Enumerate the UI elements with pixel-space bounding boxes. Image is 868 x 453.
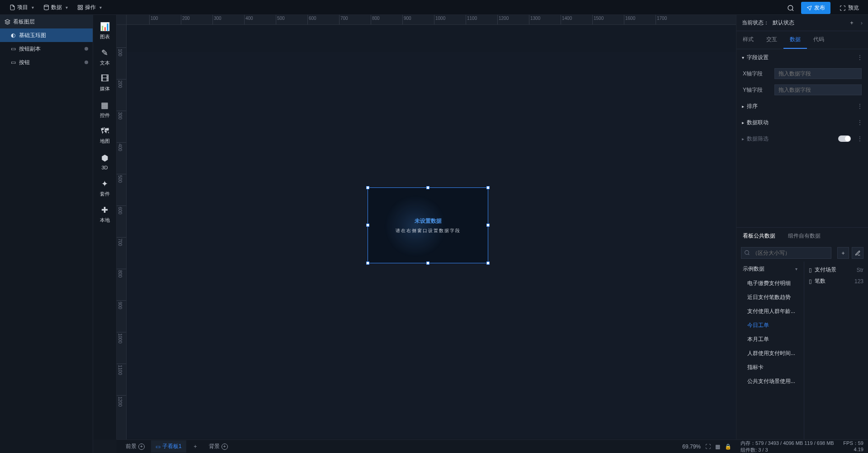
- menu-project[interactable]: 项目 ▾: [5, 0, 38, 15]
- cube-icon: ⬢: [101, 153, 108, 163]
- data-field-row[interactable]: ▯ 笔数 123: [809, 276, 863, 287]
- ruler-tick: 100: [117, 47, 126, 79]
- data-tree-item[interactable]: 今日工单: [736, 318, 804, 332]
- x-axis-field-input[interactable]: [774, 68, 862, 79]
- add-tab-button[interactable]: ＋: [188, 440, 203, 453]
- plus-circle-icon[interactable]: +: [138, 444, 145, 450]
- ruler-tick: 600: [307, 15, 339, 24]
- data-search-input[interactable]: [741, 247, 831, 259]
- tab-label: 子看板1: [162, 443, 182, 450]
- ruler-tick: 800: [371, 15, 402, 24]
- comp-label: 套件: [100, 191, 110, 197]
- more-icon[interactable]: ⋮: [857, 135, 863, 142]
- comp-chart[interactable]: 📊图表: [93, 18, 117, 44]
- lock-icon[interactable]: 🔒: [725, 444, 731, 450]
- resize-handle-sw[interactable]: [366, 262, 369, 265]
- comp-text[interactable]: ✎文本: [93, 44, 117, 70]
- resize-handle-se[interactable]: [486, 262, 490, 265]
- section-label: 数据筛选: [747, 135, 769, 143]
- radial-chart-icon: [377, 192, 454, 260]
- section-fields[interactable]: ▾ 字段设置 ⋮: [736, 49, 868, 65]
- plus-circle-icon[interactable]: +: [222, 444, 228, 450]
- section-sort[interactable]: ▸ 排序 ⋮: [736, 98, 868, 114]
- more-icon[interactable]: ⋮: [857, 54, 863, 61]
- data-tree-item[interactable]: 人群使用支付时间...: [736, 346, 804, 360]
- data-field-row[interactable]: ▯ 支付场景 Str: [809, 264, 863, 276]
- tab-background[interactable]: 背景 +: [204, 440, 232, 453]
- resize-handle-ne[interactable]: [486, 186, 490, 189]
- data-tree-item[interactable]: 近日支付笔数趋势: [736, 290, 804, 304]
- more-icon[interactable]: ⋮: [857, 103, 863, 109]
- resize-handle-n[interactable]: [426, 186, 429, 189]
- tab-component-data[interactable]: 组件自有数据: [782, 228, 827, 244]
- field-type: 123: [854, 278, 863, 285]
- status-dot-icon: [85, 61, 88, 64]
- canvas-area[interactable]: 1002003004005006007008009001000110012001…: [117, 15, 736, 439]
- comp-3d[interactable]: ⬢3D: [93, 149, 117, 175]
- tab-foreground[interactable]: 前景 +: [121, 440, 149, 453]
- add-data-button[interactable]: ＋: [837, 247, 849, 259]
- section-filter[interactable]: ▸ 数据筛选 ⋮: [736, 131, 868, 147]
- tab-public-data[interactable]: 看板公共数据: [736, 228, 782, 244]
- add-state-button[interactable]: ＋: [849, 19, 854, 27]
- menu-operations-label: 操作: [85, 4, 96, 11]
- layer-item-button-copy[interactable]: ▭ 按钮副本: [0, 42, 93, 56]
- data-tree-item[interactable]: 指标卡: [736, 360, 804, 374]
- ruler-tick: 500: [276, 15, 307, 24]
- edit-data-button[interactable]: [852, 247, 863, 259]
- data-tree-item[interactable]: 支付使用人群年龄...: [736, 304, 804, 318]
- comp-label: 地图: [100, 138, 110, 145]
- resize-handle-s[interactable]: [426, 262, 429, 265]
- widget-empty-title: 未设置数据: [415, 217, 442, 225]
- layer-item-chart[interactable]: ◐ 基础玉珏图: [0, 28, 93, 42]
- comp-local[interactable]: ✚本地: [93, 201, 117, 227]
- y-axis-field-input[interactable]: [774, 84, 862, 95]
- section-link[interactable]: ▸ 数据联动 ⋮: [736, 114, 868, 131]
- grid-icon: [77, 4, 83, 10]
- ruler-tick: 1000: [117, 332, 126, 364]
- layers-panel: 看板图层 ◐ 基础玉珏图 ▭ 按钮副本 ▭ 按钮: [0, 15, 93, 453]
- kit-icon: ✦: [101, 179, 108, 189]
- tab-data[interactable]: 数据: [783, 31, 807, 49]
- filter-toggle[interactable]: [838, 135, 851, 142]
- publish-button[interactable]: 发布: [801, 2, 830, 14]
- field-type: Str: [857, 267, 863, 273]
- fit-icon[interactable]: ⛶: [705, 444, 711, 450]
- tab-style[interactable]: 样式: [736, 31, 760, 49]
- text-icon: ✎: [101, 48, 108, 58]
- comp-control[interactable]: ▦控件: [93, 96, 117, 122]
- data-tree-header[interactable]: 示例数据 ▾: [736, 262, 804, 276]
- resize-handle-nw[interactable]: [366, 186, 369, 189]
- comp-media[interactable]: 🎞媒体: [93, 70, 117, 96]
- comp-map[interactable]: 🗺地图: [93, 122, 117, 149]
- component-toolbar: 📊图表 ✎文本 🎞媒体 ▦控件 🗺地图 ⬢3D ✦套件 ✚本地: [93, 15, 117, 439]
- search-button[interactable]: [785, 2, 797, 14]
- grid-icon[interactable]: ▦: [715, 444, 720, 450]
- y-axis-label: Y轴字段: [743, 86, 770, 94]
- comp-label: 控件: [100, 112, 110, 119]
- resize-handle-e[interactable]: [486, 224, 490, 227]
- button-icon: ▭: [10, 46, 16, 52]
- resize-handle-w[interactable]: [366, 224, 369, 227]
- component-count: 组件数: 3 / 3: [741, 447, 768, 453]
- comp-kit[interactable]: ✦套件: [93, 175, 117, 201]
- layer-item-button[interactable]: ▭ 按钮: [0, 56, 93, 69]
- tab-interaction[interactable]: 交互: [760, 31, 783, 49]
- selected-widget[interactable]: 未设置数据 请在右侧窗口设置数据字段: [368, 187, 488, 263]
- state-label: 当前状态：: [742, 19, 769, 27]
- data-tree-item[interactable]: 电子缴费支付明细: [736, 276, 804, 290]
- tab-child-board[interactable]: ▭ 子看板1: [151, 440, 186, 453]
- comp-label: 本地: [100, 217, 110, 224]
- tab-label: 前景: [126, 443, 137, 450]
- more-icon[interactable]: ⋮: [857, 119, 863, 126]
- tab-code[interactable]: 代码: [807, 31, 830, 49]
- data-tree-item[interactable]: 公共支付场景使用...: [736, 374, 804, 388]
- data-fields: ▯ 支付场景 Str ▯ 笔数 123: [804, 262, 868, 439]
- search-icon: [787, 5, 794, 12]
- chevron-down-icon: ▾: [32, 5, 34, 10]
- menu-data[interactable]: 数据 ▾: [38, 0, 72, 15]
- menu-operations[interactable]: 操作 ▾: [72, 0, 106, 15]
- preview-button[interactable]: 预览: [835, 2, 863, 14]
- data-tree-item[interactable]: 本月工单: [736, 332, 804, 346]
- widget-empty-subtitle: 请在右侧窗口设置数据字段: [396, 228, 461, 234]
